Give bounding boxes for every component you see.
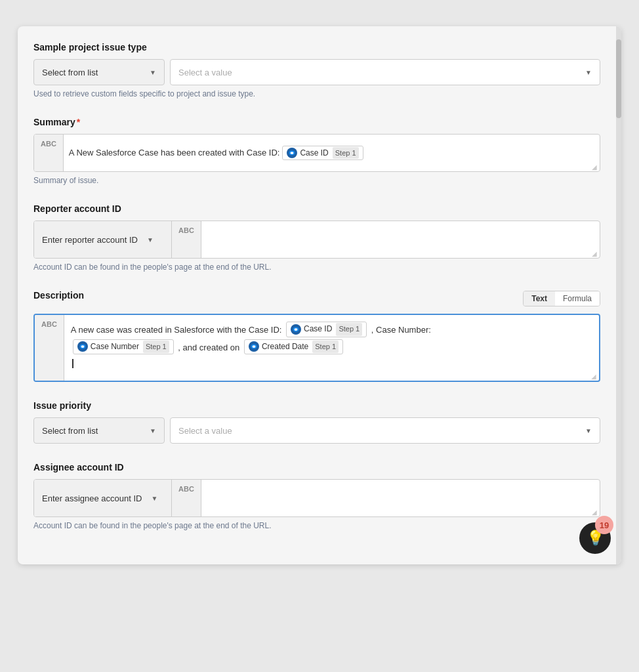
summary-abc-label: ABC — [34, 135, 64, 171]
section-reporter-account-id: Reporter account ID Enter reporter accou… — [33, 203, 600, 272]
reporter-input[interactable] — [201, 221, 600, 258]
notification-badge[interactable]: 19 💡 — [579, 522, 611, 554]
reporter-helper: Account ID can be found in the people's … — [33, 262, 600, 272]
svg-point-5 — [81, 346, 84, 348]
chevron-down-icon: ▼ — [585, 427, 592, 434]
main-card: Sample project issue type Select from li… — [18, 26, 621, 564]
section-title-summary: Summary* — [33, 117, 600, 127]
resize-handle[interactable]: ◢ — [591, 373, 598, 379]
issue-priority-value-select[interactable]: Select a value ▼ — [170, 417, 600, 444]
summary-case-id-tag: Case ID Step 1 — [282, 146, 363, 161]
toggle-formula-button[interactable]: Formula — [555, 291, 600, 306]
summary-content[interactable]: A New Salesforce Case has been created w… — [64, 135, 600, 171]
svg-point-3 — [295, 328, 298, 331]
description-abc-label: ABC — [35, 315, 64, 381]
section-title-project-issue-type: Sample project issue type — [33, 42, 600, 52]
assignee-abc-label: ABC — [172, 480, 201, 516]
resize-handle[interactable]: ◢ — [592, 509, 598, 515]
assignee-helper: Account ID can be found in the people's … — [33, 521, 600, 530]
chevron-down-icon: ▼ — [585, 69, 592, 76]
description-content[interactable]: A new case was created in Salesforce wit… — [64, 315, 599, 381]
project-issue-value-select[interactable]: Select a value ▼ — [170, 59, 600, 85]
chevron-down-icon: ▼ — [150, 427, 156, 434]
chevron-down-icon: ▼ — [151, 495, 157, 502]
reporter-input-row: Enter reporter account ID ▼ ABC ◢ — [33, 220, 600, 259]
toggle-text-button[interactable]: Text — [524, 291, 555, 306]
section-summary: Summary* ABC A New Salesforce Case has b… — [33, 117, 600, 185]
desc-created-date-tag: Created Date Step 1 — [244, 339, 343, 355]
assignee-input[interactable] — [201, 480, 600, 516]
issue-priority-select[interactable]: Select from list ▼ — [33, 417, 165, 444]
desc-case-id-tag: Case ID Step 1 — [286, 322, 367, 337]
svg-point-1 — [291, 152, 294, 154]
scrollbar[interactable] — [616, 26, 621, 564]
resize-handle[interactable]: ◢ — [592, 250, 598, 257]
summary-helper: Summary of issue. — [33, 176, 600, 185]
salesforce-icon — [287, 148, 297, 158]
section-title-issue-priority: Issue priority — [33, 400, 600, 411]
summary-input-wrapper: ABC A New Salesforce Case has been creat… — [33, 134, 600, 172]
section-project-issue-type: Sample project issue type Select from li… — [33, 42, 600, 98]
section-title-assignee: Assignee account ID — [33, 462, 600, 472]
project-issue-type-helper: Used to retrieve custom fields specific … — [33, 89, 600, 98]
section-title-description: Description — [33, 290, 84, 301]
chevron-down-icon: ▼ — [150, 69, 156, 76]
assignee-input-row: Enter assignee account ID ▼ ABC ◢ — [33, 479, 600, 517]
salesforce-icon — [291, 324, 301, 335]
notification-count: 19 — [595, 516, 613, 534]
project-issue-type-select[interactable]: Select from list ▼ — [33, 59, 165, 85]
section-assignee-account-id: Assignee account ID Enter assignee accou… — [33, 462, 600, 530]
resize-handle[interactable]: ◢ — [592, 163, 598, 170]
section-description: Description Text Formula ABC A new case … — [33, 290, 600, 382]
chevron-down-icon: ▼ — [147, 236, 154, 243]
reporter-abc-label: ABC — [172, 221, 201, 258]
description-toggle-group: Text Formula — [523, 291, 600, 306]
salesforce-icon — [77, 341, 88, 352]
desc-case-number-tag: Case Number Step 1 — [73, 339, 174, 355]
svg-point-7 — [252, 346, 255, 348]
section-issue-priority: Issue priority Select from list ▼ Select… — [33, 400, 600, 444]
section-title-reporter: Reporter account ID — [33, 203, 600, 214]
reporter-select-dropdown[interactable]: Enter reporter account ID ▼ — [34, 221, 172, 258]
text-cursor — [72, 359, 73, 368]
description-box[interactable]: ABC A new case was created in Salesforce… — [33, 314, 600, 382]
salesforce-icon — [249, 341, 259, 352]
required-indicator: * — [77, 117, 80, 127]
assignee-select-dropdown[interactable]: Enter assignee account ID ▼ — [34, 480, 172, 516]
